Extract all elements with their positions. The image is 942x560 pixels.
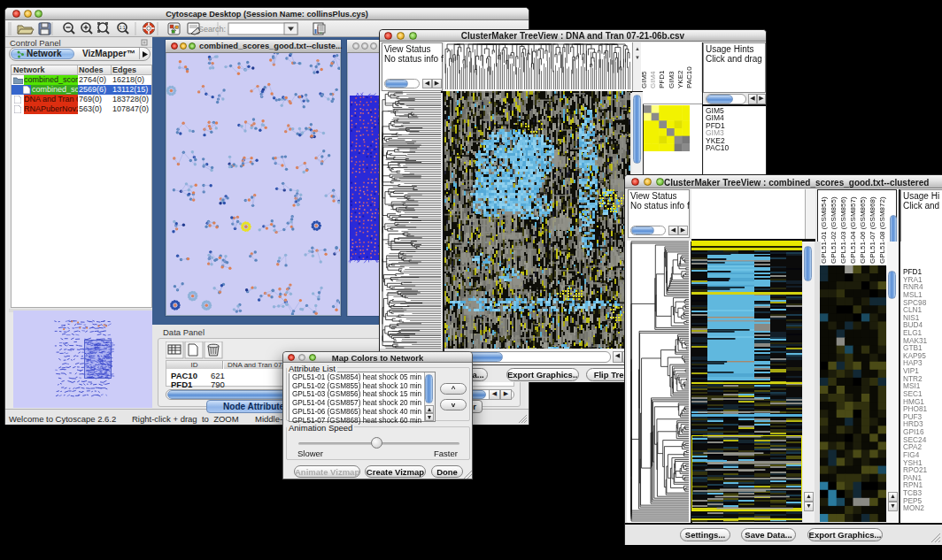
svg-text:Search:: Search: xyxy=(198,25,226,34)
svg-text:1:1: 1:1 xyxy=(120,25,126,30)
